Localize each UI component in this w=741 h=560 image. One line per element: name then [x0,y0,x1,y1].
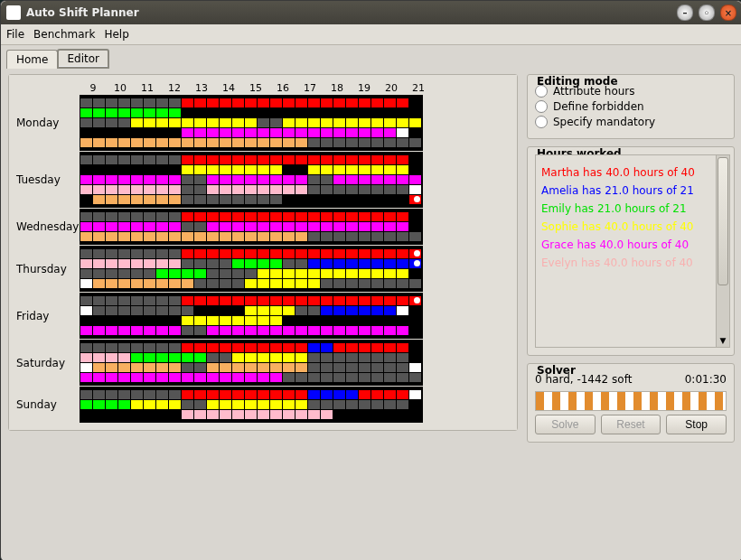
editing-mode-label: Define forbidden [553,100,644,113]
tab-editor[interactable]: Editor [57,49,109,69]
hours-worked-list[interactable]: ▲ ▼ Martha has 40.0 hours of 40Amelia ha… [535,154,730,348]
shift-row[interactable] [80,249,422,258]
progress-bar [535,391,727,411]
shift-row[interactable] [80,390,422,399]
close-button[interactable]: × [720,5,736,21]
radio-icon [535,116,548,128]
day-label: Sunday [16,387,80,423]
hour-label: 20 [378,82,405,94]
editing-mode-panel: Editing mode Attribute hoursDefine forbi… [527,74,735,139]
shift-row[interactable] [80,296,422,305]
hour-label: 9 [80,82,107,94]
shift-row[interactable] [80,108,422,117]
hours-worked-item: Evelyn has 40.0 hours of 40 [541,257,724,269]
solver-score: 0 hard, -1442 soft [535,373,632,386]
hour-label: 17 [296,82,324,94]
editing-mode-radio[interactable]: Specify mandatory [535,116,727,128]
shift-row[interactable] [80,343,422,352]
scroll-thumb[interactable] [718,157,728,285]
scrollbar[interactable]: ▲ ▼ [716,155,729,347]
shift-row[interactable] [80,138,422,147]
shift-row[interactable] [80,222,422,231]
schedule-grid[interactable]: MondayTuesdayWednesdayThursdayFridaySatu… [16,95,510,423]
hour-label: 15 [242,82,269,94]
shift-row[interactable] [80,269,422,278]
stop-button[interactable]: Stop [666,415,727,434]
hours-worked-item: Amelia has 21.0 hours of 21 [541,184,724,197]
shift-row[interactable] [80,195,422,204]
shift-row[interactable] [80,185,422,194]
hour-label: 11 [134,82,161,94]
menu-help[interactable]: Help [104,28,128,41]
hour-label: 19 [351,82,378,94]
shift-row[interactable] [80,373,422,382]
shift-row[interactable] [80,128,422,137]
day-label: Saturday [16,340,80,386]
scroll-down-icon[interactable]: ▼ [717,334,729,347]
shift-row[interactable] [80,175,422,184]
shift-row[interactable] [80,165,422,174]
shift-row[interactable] [80,326,422,335]
editing-mode-radio[interactable]: Define forbidden [535,100,727,113]
solver-time: 0:01:30 [685,373,727,386]
shift-row[interactable] [80,118,422,127]
day-label: Wednesday [16,209,80,245]
editing-mode-label: Attribute hours [553,85,635,98]
day-block: Wednesday [16,209,510,245]
radio-icon [535,85,548,98]
titlebar: Auto Shift Planner – ◦ × [1,1,741,24]
shift-row[interactable] [80,410,422,419]
shift-row[interactable] [80,306,422,315]
editing-mode-radio[interactable]: Attribute hours [535,85,727,98]
tab-home[interactable]: Home [6,50,58,69]
hour-label: 18 [324,82,351,94]
maximize-button[interactable]: ◦ [699,5,715,21]
menu-file[interactable]: File [6,28,24,41]
shift-row[interactable] [80,155,422,164]
shift-row[interactable] [80,232,422,241]
hour-label: 21 [405,82,432,94]
hour-label: 14 [215,82,242,94]
hours-worked-item: Emily has 21.0 hours of 21 [541,202,724,215]
shift-row[interactable] [80,353,422,362]
hours-worked-panel: Hours worked ▲ ▼ Martha has 40.0 hours o… [527,146,735,356]
radio-icon [535,100,548,113]
shift-row[interactable] [80,363,422,372]
day-block: Friday [16,293,510,339]
hours-worked-item: Grace has 40.0 hours of 40 [541,238,724,251]
day-block: Monday [16,95,510,151]
app-window: Auto Shift Planner – ◦ × File Benchmark … [0,0,741,560]
shift-row[interactable] [80,400,422,409]
day-block: Sunday [16,387,510,423]
day-block: Thursday [16,246,510,292]
hour-label: 13 [188,82,215,94]
window-title: Auto Shift Planner [26,6,139,19]
app-icon [6,5,21,20]
shift-row[interactable] [80,316,422,325]
solve-button[interactable]: Solve [535,415,596,434]
menubar: File Benchmark Help [1,24,741,45]
minimize-button[interactable]: – [677,5,693,21]
day-label: Monday [16,95,80,151]
reset-button[interactable]: Reset [601,415,661,434]
hour-header: 9101112131415161718192021 [80,82,510,94]
tab-bar: Home Editor [1,45,741,69]
day-label: Friday [16,293,80,339]
shift-row[interactable] [80,212,422,221]
day-label: Tuesday [16,152,80,208]
menu-benchmark[interactable]: Benchmark [33,28,95,41]
editing-mode-label: Specify mandatory [553,116,655,128]
hour-label: 10 [107,82,134,94]
solver-panel: Solver 0 hard, -1442 soft 0:01:30 Solve … [527,363,735,443]
hour-label: 16 [269,82,296,94]
hours-worked-item: Sophie has 40.0 hours of 40 [541,220,724,233]
hour-label: 12 [161,82,188,94]
day-label: Thursday [16,246,80,292]
day-block: Tuesday [16,152,510,208]
shift-row[interactable] [80,259,422,268]
shift-row[interactable] [80,98,422,107]
day-block: Saturday [16,340,510,386]
editor-panel: Editor 9101112131415161718192021 MondayT… [8,74,518,431]
shift-row[interactable] [80,279,422,288]
hours-worked-item: Martha has 40.0 hours of 40 [541,166,724,179]
